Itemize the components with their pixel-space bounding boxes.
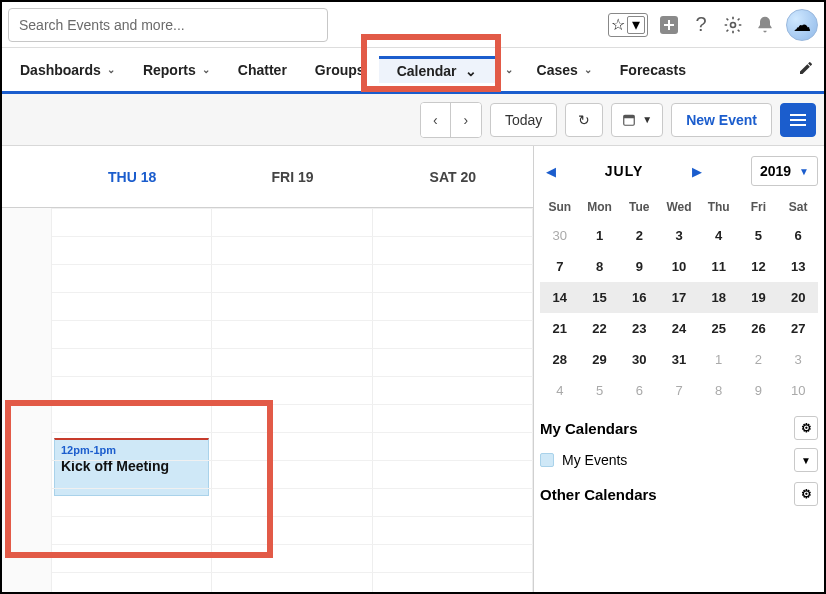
mini-day[interactable]: 12	[739, 251, 779, 282]
view-options-button[interactable]: ▼	[611, 103, 663, 137]
svg-rect-3	[624, 115, 635, 118]
refresh-button[interactable]: ↻	[565, 103, 603, 137]
mini-day[interactable]: 29	[580, 344, 620, 375]
mini-day[interactable]: 9	[619, 251, 659, 282]
mini-day[interactable]: 13	[778, 251, 818, 282]
tab-dashboards[interactable]: Dashboards⌄	[6, 48, 129, 91]
mini-day[interactable]: 23	[619, 313, 659, 344]
calendar-item-my-events[interactable]: My Events ▼	[540, 448, 818, 472]
mini-day[interactable]: 1	[699, 344, 739, 375]
mini-dow: Sun	[540, 194, 580, 220]
mini-day[interactable]: 15	[580, 282, 620, 313]
mini-day[interactable]: 26	[739, 313, 779, 344]
mini-day[interactable]: 4	[699, 220, 739, 251]
calendar-item-menu[interactable]: ▼	[794, 448, 818, 472]
mini-month-label: JULY	[605, 163, 644, 179]
mini-day[interactable]: 7	[540, 251, 580, 282]
mini-day[interactable]: 10	[659, 251, 699, 282]
mini-day[interactable]: 4	[540, 375, 580, 406]
favorites-dropdown[interactable]: ▾	[627, 16, 645, 34]
year-select[interactable]: 2019▼	[751, 156, 818, 186]
mini-day[interactable]: 31	[659, 344, 699, 375]
mini-day[interactable]: 3	[659, 220, 699, 251]
favorites-button[interactable]: ☆ ▾	[608, 13, 648, 37]
mini-day[interactable]: 5	[739, 220, 779, 251]
day-column-thu[interactable]: 12pm-1pmKick off Meeting	[52, 208, 212, 592]
tab-groups[interactable]: Groups	[301, 48, 379, 91]
mini-day[interactable]: 8	[699, 375, 739, 406]
side-panel-toggle[interactable]	[780, 103, 816, 137]
day-column-sat[interactable]	[373, 208, 533, 592]
svg-rect-5	[790, 119, 806, 121]
mini-day[interactable]: 18	[699, 282, 739, 313]
new-event-button[interactable]: New Event	[671, 103, 772, 137]
tab-chatter[interactable]: Chatter	[224, 48, 301, 91]
mini-dow: Tue	[619, 194, 659, 220]
chevron-down-icon: ⌄	[202, 64, 210, 75]
svg-point-1	[731, 22, 736, 27]
mini-day[interactable]: 2	[619, 220, 659, 251]
mini-day[interactable]: 10	[778, 375, 818, 406]
mini-day[interactable]: 30	[619, 344, 659, 375]
search-placeholder: Search Events and more...	[19, 17, 185, 33]
mini-day[interactable]: 11	[699, 251, 739, 282]
prev-button[interactable]: ‹	[421, 103, 451, 137]
mini-day[interactable]: 5	[580, 375, 620, 406]
mini-day[interactable]: 30	[540, 220, 580, 251]
mini-day[interactable]: 19	[739, 282, 779, 313]
mini-day[interactable]: 24	[659, 313, 699, 344]
tab-calendar[interactable]: Calendar ⌄	[379, 56, 495, 83]
today-button[interactable]: Today	[490, 103, 557, 137]
time-gutter	[2, 208, 52, 592]
svg-rect-4	[790, 114, 806, 116]
mini-dow: Mon	[580, 194, 620, 220]
mini-prev-month[interactable]: ◀	[540, 164, 562, 179]
mini-day[interactable]: 25	[699, 313, 739, 344]
gear-icon[interactable]	[722, 14, 744, 36]
mini-day[interactable]: 1	[580, 220, 620, 251]
help-icon[interactable]: ?	[690, 14, 712, 36]
my-calendars-settings[interactable]: ⚙	[794, 416, 818, 440]
mini-day[interactable]: 3	[778, 344, 818, 375]
mini-day[interactable]: 20	[778, 282, 818, 313]
date-nav-group: ‹ ›	[420, 102, 482, 138]
chevron-down-icon: ⌄	[107, 64, 115, 75]
avatar[interactable]: ☁	[786, 9, 818, 41]
mini-day[interactable]: 6	[619, 375, 659, 406]
mini-day[interactable]: 2	[739, 344, 779, 375]
mini-next-month[interactable]: ▶	[686, 164, 708, 179]
mini-day[interactable]: 14	[540, 282, 580, 313]
tab-reports[interactable]: Reports⌄	[129, 48, 224, 91]
mini-day[interactable]: 16	[619, 282, 659, 313]
mini-day[interactable]: 6	[778, 220, 818, 251]
pencil-icon[interactable]	[798, 60, 814, 80]
tab-forecasts[interactable]: Forecasts	[606, 48, 700, 91]
other-calendars-settings[interactable]: ⚙	[794, 482, 818, 506]
day-header[interactable]: SAT 20	[373, 146, 533, 207]
mini-dow: Wed	[659, 194, 699, 220]
bell-icon[interactable]	[754, 14, 776, 36]
add-icon[interactable]	[658, 14, 680, 36]
calendar-event[interactable]: 12pm-1pmKick off Meeting	[54, 438, 209, 496]
svg-rect-6	[790, 124, 806, 126]
other-calendars-heading: Other Calendars	[540, 486, 657, 503]
mini-day[interactable]: 28	[540, 344, 580, 375]
chevron-down-icon: ⌄	[465, 63, 477, 79]
day-header[interactable]: FRI 19	[212, 146, 372, 207]
next-button[interactable]: ›	[451, 103, 481, 137]
mini-day[interactable]: 27	[778, 313, 818, 344]
mini-day[interactable]: 22	[580, 313, 620, 344]
day-header[interactable]: THU 18	[52, 146, 212, 207]
my-calendars-heading: My Calendars	[540, 420, 638, 437]
mini-dow: Thu	[699, 194, 739, 220]
mini-day[interactable]: 8	[580, 251, 620, 282]
mini-day[interactable]: 21	[540, 313, 580, 344]
tab-overflow[interactable]: ⌄	[495, 48, 523, 91]
day-column-fri[interactable]	[212, 208, 372, 592]
mini-day[interactable]: 17	[659, 282, 699, 313]
search-input[interactable]: Search Events and more...	[8, 8, 328, 42]
mini-day[interactable]: 7	[659, 375, 699, 406]
mini-day[interactable]: 9	[739, 375, 779, 406]
tab-cases[interactable]: Cases⌄	[523, 48, 606, 91]
event-time: 12pm-1pm	[61, 444, 202, 456]
